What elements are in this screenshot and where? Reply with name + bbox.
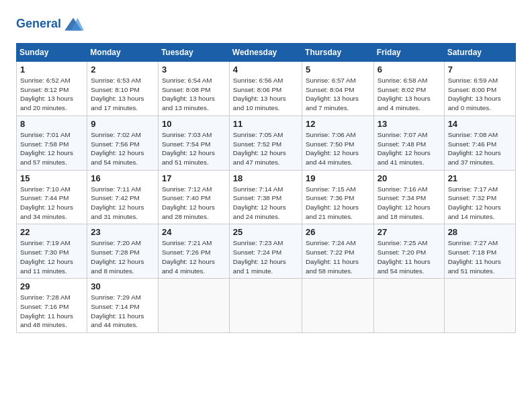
calendar-cell bbox=[444, 279, 515, 333]
day-number: 29 bbox=[20, 281, 83, 291]
calendar-cell bbox=[302, 279, 374, 333]
day-detail: Sunrise: 7:19 AMSunset: 7:30 PMDaylight:… bbox=[20, 238, 83, 275]
day-detail: Sunrise: 7:24 AMSunset: 7:22 PMDaylight:… bbox=[306, 238, 370, 275]
day-detail: Sunrise: 6:58 AMSunset: 8:02 PMDaylight:… bbox=[378, 76, 441, 113]
day-number: 7 bbox=[448, 64, 512, 75]
calendar-cell bbox=[373, 279, 444, 333]
calendar-cell: 9 Sunrise: 7:02 AMSunset: 7:56 PMDayligh… bbox=[87, 116, 159, 170]
day-number: 16 bbox=[91, 173, 154, 183]
day-number: 17 bbox=[162, 173, 226, 183]
day-number: 19 bbox=[306, 173, 370, 183]
weekday-header: Tuesday bbox=[158, 44, 229, 62]
day-number: 14 bbox=[448, 119, 512, 129]
calendar-week-row: 15 Sunrise: 7:10 AMSunset: 7:44 PMDaylig… bbox=[17, 170, 516, 224]
calendar-cell bbox=[229, 279, 302, 333]
calendar-cell: 3 Sunrise: 6:54 AMSunset: 8:08 PMDayligh… bbox=[158, 62, 229, 116]
day-detail: Sunrise: 6:52 AMSunset: 8:12 PMDaylight:… bbox=[20, 76, 83, 113]
day-detail: Sunrise: 6:53 AMSunset: 8:10 PMDaylight:… bbox=[91, 76, 154, 113]
day-number: 26 bbox=[306, 227, 370, 237]
calendar-cell: 5 Sunrise: 6:57 AMSunset: 8:04 PMDayligh… bbox=[302, 62, 374, 116]
day-number: 6 bbox=[378, 64, 441, 75]
calendar-cell: 19 Sunrise: 7:15 AMSunset: 7:36 PMDaylig… bbox=[302, 170, 374, 224]
logo-icon bbox=[62, 13, 84, 35]
day-detail: Sunrise: 7:15 AMSunset: 7:36 PMDaylight:… bbox=[306, 185, 370, 222]
day-detail: Sunrise: 7:05 AMSunset: 7:52 PMDaylight:… bbox=[233, 130, 298, 167]
day-number: 28 bbox=[448, 227, 512, 237]
weekday-header: Wednesday bbox=[229, 44, 302, 62]
day-detail: Sunrise: 7:01 AMSunset: 7:58 PMDaylight:… bbox=[20, 130, 83, 167]
header: General bbox=[16, 13, 516, 35]
day-number: 9 bbox=[91, 119, 154, 129]
day-detail: Sunrise: 7:23 AMSunset: 7:24 PMDaylight:… bbox=[233, 238, 298, 275]
day-detail: Sunrise: 7:21 AMSunset: 7:26 PMDaylight:… bbox=[162, 238, 226, 275]
page: General SundayMondayTuesdayWednesdayThur… bbox=[0, 0, 532, 411]
day-detail: Sunrise: 7:29 AMSunset: 7:14 PMDaylight:… bbox=[91, 293, 154, 330]
day-detail: Sunrise: 7:20 AMSunset: 7:28 PMDaylight:… bbox=[91, 238, 154, 275]
day-detail: Sunrise: 7:14 AMSunset: 7:38 PMDaylight:… bbox=[233, 185, 298, 222]
calendar-cell: 15 Sunrise: 7:10 AMSunset: 7:44 PMDaylig… bbox=[17, 170, 87, 224]
calendar-week-row: 8 Sunrise: 7:01 AMSunset: 7:58 PMDayligh… bbox=[17, 116, 516, 170]
day-number: 2 bbox=[91, 64, 154, 75]
calendar-week-row: 22 Sunrise: 7:19 AMSunset: 7:30 PMDaylig… bbox=[17, 224, 516, 279]
day-detail: Sunrise: 7:27 AMSunset: 7:18 PMDaylight:… bbox=[448, 238, 512, 275]
calendar-cell: 25 Sunrise: 7:23 AMSunset: 7:24 PMDaylig… bbox=[229, 224, 302, 279]
calendar-cell: 28 Sunrise: 7:27 AMSunset: 7:18 PMDaylig… bbox=[444, 224, 515, 279]
day-number: 30 bbox=[91, 281, 154, 291]
calendar-week-row: 1 Sunrise: 6:52 AMSunset: 8:12 PMDayligh… bbox=[17, 62, 516, 116]
calendar-cell bbox=[158, 279, 229, 333]
day-number: 3 bbox=[162, 64, 226, 75]
day-detail: Sunrise: 7:07 AMSunset: 7:48 PMDaylight:… bbox=[378, 130, 441, 167]
calendar-cell: 23 Sunrise: 7:20 AMSunset: 7:28 PMDaylig… bbox=[87, 224, 159, 279]
calendar-cell: 4 Sunrise: 6:56 AMSunset: 8:06 PMDayligh… bbox=[229, 62, 302, 116]
day-detail: Sunrise: 6:56 AMSunset: 8:06 PMDaylight:… bbox=[233, 76, 298, 113]
day-detail: Sunrise: 7:08 AMSunset: 7:46 PMDaylight:… bbox=[448, 130, 512, 167]
day-number: 5 bbox=[306, 64, 370, 75]
day-number: 24 bbox=[162, 227, 226, 237]
weekday-header: Thursday bbox=[302, 44, 374, 62]
day-number: 1 bbox=[20, 64, 83, 75]
day-detail: Sunrise: 7:16 AMSunset: 7:34 PMDaylight:… bbox=[378, 185, 441, 222]
calendar-cell: 7 Sunrise: 6:59 AMSunset: 8:00 PMDayligh… bbox=[444, 62, 515, 116]
calendar-cell: 10 Sunrise: 7:03 AMSunset: 7:54 PMDaylig… bbox=[158, 116, 229, 170]
day-detail: Sunrise: 6:57 AMSunset: 8:04 PMDaylight:… bbox=[306, 76, 370, 113]
calendar-cell: 27 Sunrise: 7:25 AMSunset: 7:20 PMDaylig… bbox=[373, 224, 444, 279]
day-number: 22 bbox=[20, 227, 83, 237]
calendar-cell: 12 Sunrise: 7:06 AMSunset: 7:50 PMDaylig… bbox=[302, 116, 374, 170]
calendar-cell: 22 Sunrise: 7:19 AMSunset: 7:30 PMDaylig… bbox=[17, 224, 87, 279]
day-number: 8 bbox=[20, 119, 83, 129]
logo-text: General bbox=[16, 17, 61, 31]
day-number: 11 bbox=[233, 119, 298, 129]
day-number: 25 bbox=[233, 227, 298, 237]
day-number: 18 bbox=[233, 173, 298, 183]
calendar-week-row: 29 Sunrise: 7:28 AMSunset: 7:16 PMDaylig… bbox=[17, 279, 516, 333]
day-number: 23 bbox=[91, 227, 154, 237]
day-detail: Sunrise: 7:11 AMSunset: 7:42 PMDaylight:… bbox=[91, 185, 154, 222]
day-number: 15 bbox=[20, 173, 83, 183]
day-number: 10 bbox=[162, 119, 226, 129]
day-number: 4 bbox=[233, 64, 298, 75]
calendar-cell: 16 Sunrise: 7:11 AMSunset: 7:42 PMDaylig… bbox=[87, 170, 159, 224]
day-detail: Sunrise: 6:54 AMSunset: 8:08 PMDaylight:… bbox=[162, 76, 226, 113]
calendar-cell: 17 Sunrise: 7:12 AMSunset: 7:40 PMDaylig… bbox=[158, 170, 229, 224]
calendar-cell: 14 Sunrise: 7:08 AMSunset: 7:46 PMDaylig… bbox=[444, 116, 515, 170]
day-number: 20 bbox=[378, 173, 441, 183]
calendar-cell: 13 Sunrise: 7:07 AMSunset: 7:48 PMDaylig… bbox=[373, 116, 444, 170]
calendar-cell: 24 Sunrise: 7:21 AMSunset: 7:26 PMDaylig… bbox=[158, 224, 229, 279]
day-detail: Sunrise: 6:59 AMSunset: 8:00 PMDaylight:… bbox=[448, 76, 512, 113]
calendar-cell: 11 Sunrise: 7:05 AMSunset: 7:52 PMDaylig… bbox=[229, 116, 302, 170]
day-number: 12 bbox=[306, 119, 370, 129]
logo: General bbox=[16, 13, 84, 35]
weekday-header: Monday bbox=[87, 44, 159, 62]
day-detail: Sunrise: 7:10 AMSunset: 7:44 PMDaylight:… bbox=[20, 185, 83, 222]
calendar-cell: 8 Sunrise: 7:01 AMSunset: 7:58 PMDayligh… bbox=[17, 116, 87, 170]
calendar-cell: 6 Sunrise: 6:58 AMSunset: 8:02 PMDayligh… bbox=[373, 62, 444, 116]
weekday-header: Friday bbox=[373, 44, 444, 62]
day-detail: Sunrise: 7:12 AMSunset: 7:40 PMDaylight:… bbox=[162, 185, 226, 222]
calendar-cell: 21 Sunrise: 7:17 AMSunset: 7:32 PMDaylig… bbox=[444, 170, 515, 224]
calendar-cell: 2 Sunrise: 6:53 AMSunset: 8:10 PMDayligh… bbox=[87, 62, 159, 116]
day-number: 27 bbox=[378, 227, 441, 237]
calendar-cell: 26 Sunrise: 7:24 AMSunset: 7:22 PMDaylig… bbox=[302, 224, 374, 279]
calendar-cell: 18 Sunrise: 7:14 AMSunset: 7:38 PMDaylig… bbox=[229, 170, 302, 224]
calendar-cell: 1 Sunrise: 6:52 AMSunset: 8:12 PMDayligh… bbox=[17, 62, 87, 116]
weekday-header: Saturday bbox=[444, 44, 515, 62]
